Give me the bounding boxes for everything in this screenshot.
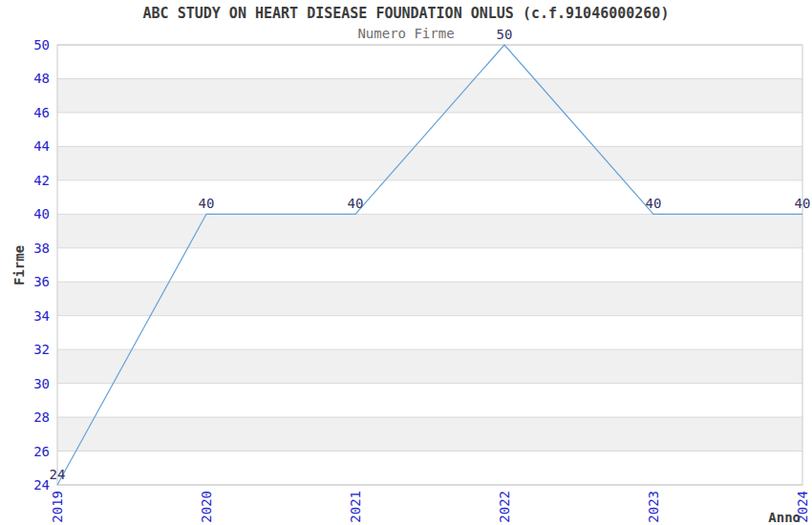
y-tick-label: 50	[33, 37, 50, 52]
y-tick-label: 32	[33, 342, 50, 357]
point-label: 40	[199, 196, 215, 211]
y-tick-label: 46	[33, 105, 50, 120]
plot-band	[57, 146, 802, 179]
y-tick-label: 40	[33, 206, 50, 221]
x-tick-label: 2020	[199, 491, 214, 523]
plot-band	[57, 349, 802, 383]
x-tick-label: 2022	[497, 491, 512, 523]
y-tick-label: 26	[33, 444, 50, 459]
y-tick-label: 30	[33, 376, 50, 391]
y-tick-label: 38	[33, 241, 50, 256]
point-label: 24	[50, 467, 66, 482]
point-label: 40	[646, 196, 662, 211]
y-tick-label: 28	[33, 410, 50, 425]
x-axis-label: Anno	[768, 510, 801, 525]
y-axis-label: Firme	[11, 245, 27, 285]
chart-container: ABC STUDY ON HEART DISEASE FOUNDATION ON…	[0, 0, 812, 525]
point-label: 50	[497, 27, 513, 42]
y-tick-label: 42	[33, 173, 50, 188]
plot-band	[57, 417, 802, 451]
point-label: 40	[348, 196, 364, 211]
y-tick-label: 34	[33, 308, 50, 324]
plot-band	[57, 214, 802, 247]
x-tick-label: 2021	[348, 491, 363, 523]
x-tick-label: 2019	[50, 491, 65, 523]
plot-band	[57, 78, 802, 112]
plot-band	[57, 282, 802, 315]
y-tick-label: 24	[33, 477, 50, 493]
y-tick-label: 44	[33, 138, 50, 154]
point-label: 40	[795, 196, 811, 211]
line-chart-plot: 2440405040402426283032343638404244464850…	[0, 0, 812, 525]
y-tick-label: 36	[33, 274, 50, 289]
x-tick-label: 2023	[646, 491, 661, 523]
y-tick-label: 48	[33, 71, 50, 86]
